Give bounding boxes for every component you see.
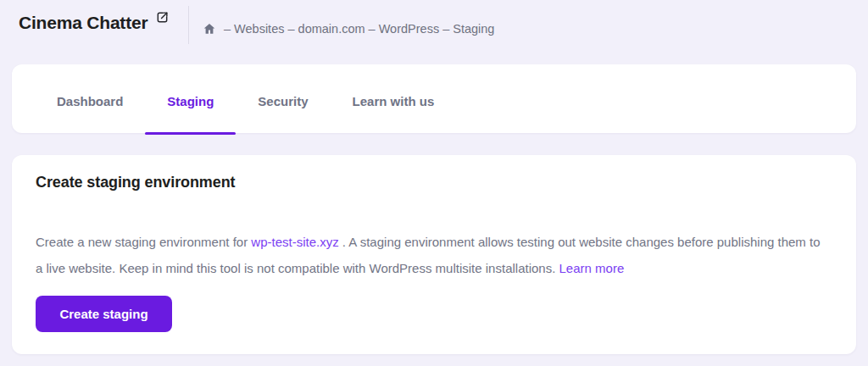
tab-label: Learn with us [353, 94, 435, 108]
tab-label: Security [258, 94, 308, 108]
tab-label: Dashboard [57, 94, 123, 108]
site-domain-link[interactable]: wp-test-site.xyz [251, 235, 338, 249]
create-staging-button[interactable]: Create staging [36, 296, 172, 332]
tab-dashboard[interactable]: Dashboard [35, 64, 145, 133]
tab-security[interactable]: Security [236, 64, 330, 133]
breadcrumb-path: – Websites – domain.com – WordPress – St… [224, 22, 494, 36]
site-title-wrap: Cinema Chatter [19, 12, 170, 34]
breadcrumb: – Websites – domain.com – WordPress – St… [203, 22, 494, 36]
section-title: Create staging environment [36, 174, 832, 191]
open-in-new-icon[interactable] [155, 10, 170, 25]
tab-label: Staging [167, 94, 214, 108]
site-title: Cinema Chatter [19, 12, 147, 34]
staging-card: Create staging environment Create a new … [12, 155, 856, 354]
staging-description: Create a new staging environment for wp-… [36, 229, 831, 281]
description-text-before: Create a new staging environment for [36, 235, 248, 249]
tab-learn-with-us[interactable]: Learn with us [331, 64, 457, 133]
learn-more-link[interactable]: Learn more [559, 261, 625, 275]
home-icon[interactable] [203, 22, 216, 36]
active-tab-underline [145, 132, 236, 135]
tabs-bar: Dashboard Staging Security Learn with us [12, 64, 856, 133]
page-header: Cinema Chatter – Websites – domain.com –… [0, 0, 868, 64]
header-divider [188, 6, 189, 44]
tab-staging[interactable]: Staging [145, 64, 236, 133]
